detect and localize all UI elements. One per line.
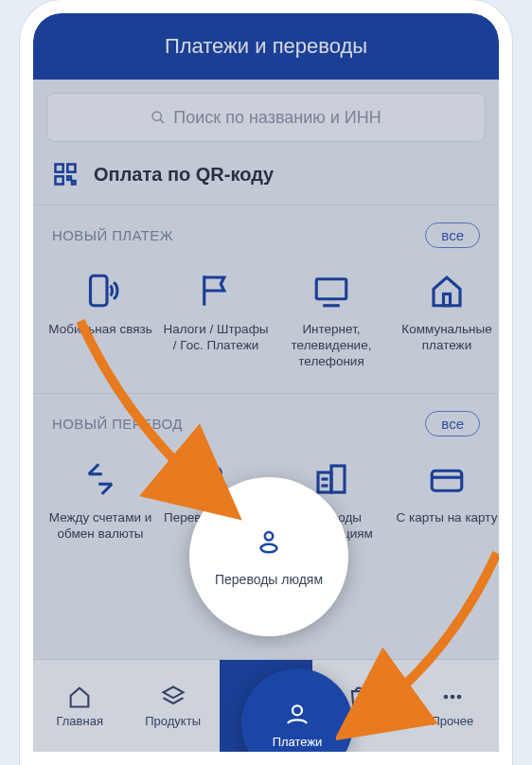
- svg-rect-3: [67, 165, 75, 172]
- svg-rect-17: [432, 471, 462, 490]
- tile-to-people[interactable]: Переводы людям: [158, 450, 274, 548]
- tile-label: Переводы людям: [162, 510, 270, 526]
- search-placeholder: Поиск по названию и ИНН: [173, 108, 381, 128]
- svg-point-11: [211, 467, 222, 477]
- svg-rect-4: [56, 176, 63, 184]
- transfers-title: НОВЫЙ ПЕРЕВОД: [52, 416, 183, 432]
- svg-rect-5: [67, 176, 71, 180]
- dots-icon: [439, 684, 466, 710]
- page-title: Платежи и переводы: [165, 34, 367, 59]
- transfers-row[interactable]: Между счетами и обмен валюты Переводы лю…: [33, 440, 499, 561]
- monitor-icon: [311, 271, 351, 311]
- nav-payments[interactable]: Платежи: [220, 660, 312, 752]
- wallet-icon: [253, 684, 279, 710]
- nav-label: Продукты: [145, 714, 201, 728]
- nav-label: Прочее: [431, 714, 473, 728]
- svg-rect-7: [91, 276, 108, 306]
- nav-label: Витрина: [335, 714, 383, 728]
- tile-label: Налоги / Штрафы / Гос. Платежи: [162, 322, 270, 354]
- nav-label: Главная: [56, 714, 102, 728]
- svg-rect-2: [56, 165, 63, 172]
- bag-icon: [346, 684, 372, 710]
- building-icon: [311, 459, 351, 499]
- qr-icon: [52, 161, 79, 187]
- tile-label: Интернет, телевидение, телефония: [277, 322, 385, 370]
- tile-label: Между счетами и обмен валюты: [46, 510, 154, 543]
- phone-signal-icon: [80, 271, 120, 311]
- payments-all-button[interactable]: все: [425, 222, 480, 248]
- nav-products[interactable]: Продукты: [126, 660, 219, 752]
- tile-card-to-card[interactable]: С карты на карту: [389, 450, 499, 548]
- svg-point-0: [152, 112, 161, 120]
- tile-label: С карты на карту: [393, 510, 499, 526]
- transfers-section: НОВЫЙ ПЕРЕВОД все Между счетами и обмен …: [33, 393, 499, 561]
- search-icon: [151, 110, 166, 125]
- bottom-nav: Главная Продукты Платежи Витрина Прочее: [33, 659, 499, 752]
- tile-utilities[interactable]: Коммунальные платежи: [389, 261, 499, 376]
- tile-between-accounts[interactable]: Между счетами и обмен валюты: [43, 450, 158, 548]
- nav-more[interactable]: Прочее: [406, 660, 499, 752]
- tile-to-org[interactable]: Переводы организациям: [274, 450, 389, 548]
- tile-label: Переводы организациям: [277, 510, 385, 543]
- qr-label: Оплата по QR-коду: [94, 164, 274, 186]
- nav-home[interactable]: Главная: [33, 660, 126, 752]
- tile-label: Коммунальные платежи: [393, 322, 499, 354]
- svg-rect-6: [72, 181, 76, 185]
- tile-label: Мобильная связь: [46, 322, 154, 338]
- payments-section: НОВЫЙ ПЛАТЕЖ все Мобильная связь Налоги …: [33, 205, 499, 389]
- tile-internet[interactable]: Интернет, телевидение, телефония: [274, 261, 389, 376]
- person-icon: [196, 459, 236, 499]
- payments-title: НОВЫЙ ПЛАТЕЖ: [52, 227, 173, 243]
- svg-point-22: [456, 695, 461, 700]
- svg-rect-8: [316, 279, 346, 299]
- screen: Платежи и переводы Поиск по названию и И…: [33, 13, 499, 752]
- svg-rect-14: [331, 466, 345, 492]
- header: Платежи и переводы: [33, 13, 499, 80]
- svg-point-19: [261, 689, 270, 698]
- search-input[interactable]: Поиск по названию и ИНН: [46, 93, 486, 142]
- svg-point-12: [206, 482, 226, 492]
- flag-icon: [196, 271, 236, 311]
- transfers-all-button[interactable]: все: [425, 411, 480, 436]
- svg-rect-10: [444, 294, 451, 306]
- tile-mobile[interactable]: Мобильная связь: [43, 261, 158, 376]
- house-icon: [427, 271, 467, 311]
- svg-point-21: [450, 695, 454, 700]
- svg-line-1: [160, 119, 164, 123]
- payments-row[interactable]: Мобильная связь Налоги / Штрафы / Гос. П…: [33, 252, 499, 389]
- nav-showcase[interactable]: Витрина: [312, 660, 405, 752]
- tile-taxes[interactable]: Налоги / Штрафы / Гос. Платежи: [158, 261, 274, 376]
- card-icon: [427, 459, 467, 499]
- phone-frame: Платежи и переводы Поиск по названию и И…: [20, 0, 512, 765]
- nav-label: Платежи: [241, 714, 292, 728]
- highlight-label: Переводы людям: [215, 571, 323, 588]
- exchange-icon: [80, 459, 120, 499]
- layers-icon: [160, 684, 186, 710]
- qr-pay-row[interactable]: Оплата по QR-коду: [33, 142, 499, 201]
- home-icon: [66, 684, 93, 710]
- svg-point-20: [443, 695, 448, 700]
- svg-rect-13: [318, 472, 331, 492]
